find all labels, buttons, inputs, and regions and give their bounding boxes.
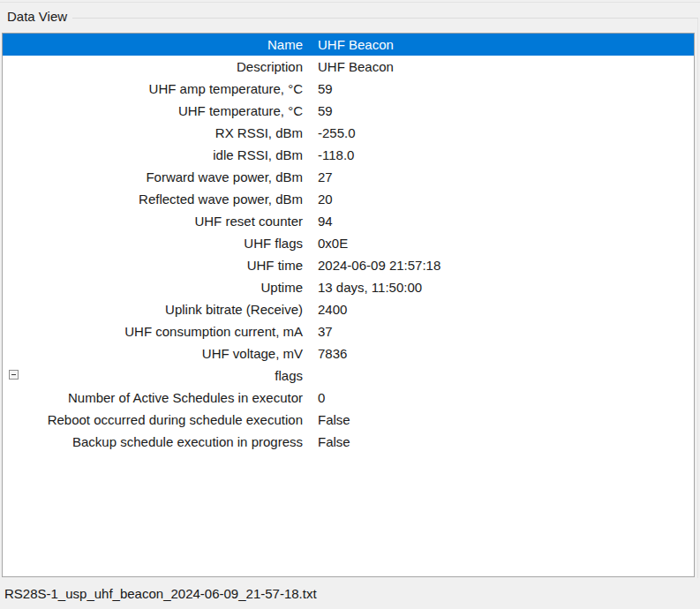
table-row[interactable]: Reboot occurred during schedule executio… <box>3 409 694 431</box>
panel-title: Data View <box>7 9 67 25</box>
row-value: 7836 <box>311 346 347 361</box>
row-label: Reboot occurred during schedule executio… <box>3 412 311 427</box>
table-row[interactable]: UHF reset counter 94 <box>3 210 694 232</box>
row-label: Description <box>3 59 311 74</box>
row-label: Reflected wave power, dBm <box>3 192 311 207</box>
row-value: UHF Beacon <box>311 59 394 74</box>
row-value: -118.0 <box>311 147 354 162</box>
table-row[interactable]: Uptime 13 days, 11:50:00 <box>3 276 694 298</box>
row-label: RX RSSI, dBm <box>3 125 311 140</box>
row-label: UHF consumption current, mA <box>3 324 311 339</box>
window-top-divider <box>0 2 700 3</box>
row-label: Uptime <box>3 280 311 295</box>
row-value: 13 days, 11:50:00 <box>311 280 422 295</box>
property-grid: Name UHF Beacon Description UHF Beacon U… <box>2 33 695 577</box>
groupbox-border-line <box>72 18 698 19</box>
row-value: 37 <box>311 324 333 339</box>
groupbox-right-border <box>697 18 698 607</box>
collapse-minus-icon[interactable] <box>9 370 19 380</box>
row-label: UHF flags <box>3 236 311 251</box>
row-value: 0x0E <box>311 236 348 251</box>
groupbox-header: Data View <box>0 9 698 25</box>
row-label: Number of Active Schedules in executor <box>3 390 311 405</box>
row-label: UHF reset counter <box>3 214 311 229</box>
row-label: UHF time <box>3 258 311 273</box>
row-value: 27 <box>311 169 333 184</box>
table-row[interactable]: flags <box>3 365 694 387</box>
row-value: UHF Beacon <box>311 37 394 52</box>
row-label: flags <box>3 368 311 383</box>
row-value: False <box>311 412 350 427</box>
row-label: Forward wave power, dBm <box>3 169 311 184</box>
table-row[interactable]: UHF flags 0x0E <box>3 232 694 254</box>
row-label: UHF temperature, °C <box>3 103 311 118</box>
row-value: 20 <box>311 192 333 207</box>
status-bar: RS28S-1_usp_uhf_beacon_2024-06-09_21-57-… <box>0 578 700 609</box>
row-label: UHF voltage, mV <box>3 346 311 361</box>
row-value: 59 <box>311 103 333 118</box>
table-row[interactable]: UHF voltage, mV 7836 <box>3 342 694 365</box>
table-row[interactable]: RX RSSI, dBm -255.0 <box>3 122 694 144</box>
table-row[interactable]: Reflected wave power, dBm 20 <box>3 188 694 210</box>
row-value: 0 <box>311 390 325 405</box>
table-row[interactable]: UHF consumption current, mA 37 <box>3 320 694 342</box>
table-row[interactable]: UHF amp temperature, °C 59 <box>3 78 694 100</box>
row-label: Backup schedule execution in progress <box>3 434 311 449</box>
table-row[interactable]: Forward wave power, dBm 27 <box>3 166 694 188</box>
table-row[interactable]: Name UHF Beacon <box>3 34 694 56</box>
row-value: 2400 <box>311 302 347 317</box>
row-value: -255.0 <box>311 125 356 140</box>
row-label: Uplink bitrate (Receive) <box>3 302 311 317</box>
table-row[interactable]: UHF time 2024-06-09 21:57:18 <box>3 254 694 276</box>
row-value: False <box>311 434 350 449</box>
filename-label: RS28S-1_usp_uhf_beacon_2024-06-09_21-57-… <box>4 586 317 601</box>
row-label: UHF amp temperature, °C <box>3 81 311 96</box>
table-row[interactable]: Number of Active Schedules in executor 0 <box>3 387 694 409</box>
table-row[interactable]: idle RSSI, dBm -118.0 <box>3 144 694 166</box>
table-row[interactable]: Backup schedule execution in progress Fa… <box>3 431 694 453</box>
table-row[interactable]: Description UHF Beacon <box>3 56 694 78</box>
table-row[interactable]: Uplink bitrate (Receive) 2400 <box>3 298 694 320</box>
row-value: 94 <box>311 214 333 229</box>
row-label: Name <box>3 37 311 52</box>
row-label: idle RSSI, dBm <box>3 147 311 162</box>
row-value: 2024-06-09 21:57:18 <box>311 258 440 273</box>
minus-glyph <box>11 374 16 375</box>
row-value: 59 <box>311 81 333 96</box>
table-row[interactable]: UHF temperature, °C 59 <box>3 100 694 122</box>
